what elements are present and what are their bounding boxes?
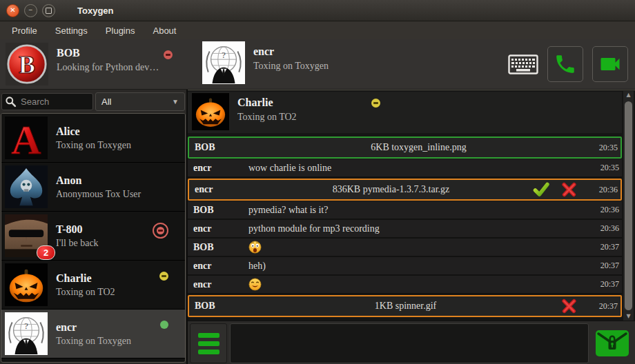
contact-name: Alice [56,125,131,138]
hamburger-menu-icon [198,333,219,338]
maximize-icon[interactable] [42,4,55,17]
self-profile[interactable]: B BOB Looking for Python dev… [0,39,192,89]
svg-text:A: A [11,117,41,159]
window-controls: ✕ − [0,4,55,17]
message-input[interactable] [230,323,589,363]
contact-status-message: Toxing on Toxygen [56,336,131,347]
message-text: python module for mp3 recording [248,223,380,234]
cancel-transfer-icon [561,182,576,197]
cancel-transfer-button[interactable] [561,182,576,197]
send-button[interactable] [592,323,633,363]
message-area: Charlie Toxing on TO2 BOB 6KB toxygen_in… [188,90,635,321]
scroll-down-icon[interactable]: ▼ [626,314,630,319]
main-body: All ▼ A Alice Toxing on Toxygen Anon Ano… [0,90,635,364]
self-status-message: Looking for Python dev… [57,62,159,73]
chat-menu-button[interactable] [190,323,227,363]
self-name: BOB [57,47,159,59]
peer-name: Charlie [237,97,273,109]
file-name: 836KB pymedia-1.3.7.3.tar.gz [250,184,532,195]
cancel-transfer-button[interactable] [561,299,576,314]
cancel-transfer-icon [561,299,576,314]
titlebar[interactable]: ✕ − Toxygen [0,0,635,21]
accept-transfer-button[interactable] [532,181,550,198]
message-row: encr 20:37 [188,276,622,294]
contact-status-message: Toxing on TO2 [56,287,115,298]
encrypted-send-icon [596,330,629,357]
message-text: pymedia? what is it? [248,205,328,216]
message-sender: BOB [195,142,250,153]
message-row: encr wow charlie is online 20:35 [188,159,622,178]
message-time: 20:36 [587,185,618,195]
minimize-icon[interactable]: − [24,4,37,17]
message-time: 20:37 [589,242,619,252]
message-time: 20:37 [589,261,619,271]
message-time: 20:35 [587,143,618,153]
scrollbar-thumb[interactable] [625,101,632,310]
message-sender: encr [193,223,248,234]
self-busy-status-icon [164,50,173,59]
peer-contact-card[interactable]: Charlie Toxing on TO2 [188,92,622,133]
contact-item-encr[interactable]: ? encr Toxing on Toxygen [1,310,185,358]
svg-text:?: ? [24,321,28,331]
contact-name: Anon [56,174,141,187]
self-avatar: B [6,43,48,85]
file-name: 6KB toxygen_inline.png [250,142,587,153]
contact-list: A Alice Toxing on Toxygen Anon Anonymous… [1,113,186,363]
contact-item-anon[interactable]: Anon Anonymous Tox User [1,163,185,212]
message-sender: BOB [193,205,248,216]
message-sender: encr [193,261,248,272]
message-list: BOB 6KB toxygen_inline.png 20:35 encr wo… [188,136,622,318]
contact-status-message: Toxing on Toxygen [56,140,131,151]
peer-status-message: Toxing on TO2 [237,112,380,123]
video-camera-icon [598,52,623,77]
video-call-button[interactable] [592,46,628,82]
svg-text:?: ? [222,50,226,60]
shocked-emoji [248,241,262,254]
unread-count-badge: 2 [37,245,55,260]
message-sender: encr [193,279,248,290]
contact-avatar: ? [5,312,48,355]
friend-name: encr [253,46,329,58]
scroll-up-icon[interactable]: ▲ [626,92,630,98]
contact-status-message: I'll be back [56,238,99,249]
friend-avatar: ? [202,41,245,84]
contact-item-t-800[interactable]: T-800 I'll be back 2 [1,212,185,261]
window-title: Toxygen [77,6,114,16]
message-text: heh) [248,261,266,272]
contact-item-alice[interactable]: A Alice Toxing on Toxygen [1,114,185,163]
close-icon[interactable]: ✕ [6,4,19,17]
message-row: encr python module for mp3 recording 20:… [188,220,622,239]
busy-status-icon [164,50,173,59]
message-time: 20:37 [589,279,619,290]
smile-emoji [248,278,262,291]
screen-keyboard-button[interactable] [508,54,538,74]
contact-avatar: A [5,117,48,159]
message-text: wow charlie is online [248,163,331,174]
menu-item-about[interactable]: About [144,23,185,39]
svg-text:B: B [19,51,35,79]
file-transfer-row: BOB 6KB toxygen_inline.png 20:35 [188,136,622,159]
menu-item-settings[interactable]: Settings [46,23,97,39]
contact-item-charlie[interactable]: Charlie Toxing on TO2 [1,261,185,310]
contact-name: Charlie [56,272,115,285]
audio-call-button[interactable] [547,46,583,82]
menu-item-profile[interactable]: Profile [3,23,46,39]
away-status-icon [371,99,380,108]
message-sender: BOB [193,242,248,253]
scrollbar[interactable]: ▲ ▼ [623,91,634,321]
menu-item-plugins[interactable]: Plugins [97,23,144,39]
sidebar: All ▼ A Alice Toxing on Toxygen Anon Ano… [0,90,188,364]
away-status-icon [159,272,168,281]
menubar: ProfileSettingsPluginsAbout [0,21,635,39]
contact-filter-dropdown[interactable]: All ▼ [95,92,185,111]
file-name: 1KB spinner.gif [250,301,561,312]
message-row: BOB 20:37 [188,239,622,257]
search-icon [5,96,17,108]
busy-ring-status-icon [153,223,168,239]
filter-value: All [101,97,111,107]
message-time: 20:36 [589,223,619,234]
message-row: encr heh) 20:37 [188,257,622,276]
chevron-down-icon: ▼ [172,98,179,105]
file-transfer-row: BOB 1KB spinner.gif 20:37 [188,295,622,317]
message-time: 20:35 [589,163,619,173]
